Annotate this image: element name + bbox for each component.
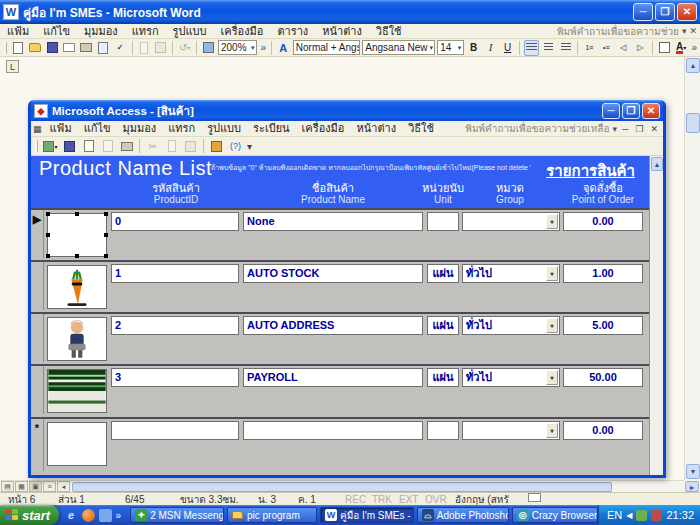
app-shortcut-icon[interactable] — [99, 509, 112, 522]
toolbar-overflow-icon[interactable]: » — [259, 42, 267, 53]
word-menu-tools[interactable]: เครื่องมือ — [214, 24, 271, 39]
unit-field[interactable] — [427, 212, 459, 231]
normal-view-icon[interactable]: ▤ — [1, 481, 14, 492]
increase-indent-icon[interactable]: ▷ — [633, 40, 648, 56]
scroll-up-icon[interactable]: ▲ — [651, 157, 663, 171]
copy-icon[interactable] — [163, 138, 180, 154]
copy-icon[interactable] — [136, 40, 151, 56]
record-selector[interactable] — [31, 366, 44, 414]
scroll-down-icon[interactable]: ▼ — [686, 464, 700, 479]
taskbar-button-word[interactable]: W คู่มือ I'm SMEs - M... — [320, 507, 414, 523]
font-combobox[interactable]: Angsana New▾ — [362, 40, 435, 55]
view-icon[interactable]: ▾ — [42, 138, 59, 154]
spelling-icon[interactable]: ✓ — [113, 40, 128, 56]
access-menu-file[interactable]: แฟ้ม — [44, 121, 78, 136]
database-window-icon[interactable] — [208, 138, 225, 154]
print-preview-icon[interactable] — [96, 40, 111, 56]
child-minimize-icon[interactable]: ─ — [620, 124, 630, 134]
style-combobox[interactable]: Normal + Angs▾ — [293, 40, 361, 55]
align-center-icon[interactable] — [541, 40, 556, 56]
font-size-combobox[interactable]: 14▾ — [437, 40, 464, 55]
productid-field[interactable]: 0 — [111, 212, 239, 231]
product-image-carrot[interactable] — [47, 265, 107, 309]
help-close-icon[interactable]: ✕ — [689, 26, 697, 36]
group-dropdown-icon[interactable]: ▾ — [546, 266, 558, 281]
pointoforder-field[interactable]: 5.00 — [563, 316, 643, 335]
group-dropdown-icon[interactable]: ▾ — [546, 370, 558, 385]
group-dropdown-icon[interactable]: ▾ — [546, 423, 558, 438]
quick-launch-overflow-icon[interactable]: » — [116, 510, 122, 521]
pointoforder-field[interactable]: 50.00 — [563, 368, 643, 387]
zoom-combobox[interactable]: 200%▾ — [218, 40, 257, 55]
print-icon[interactable] — [118, 138, 135, 154]
paste-icon[interactable] — [153, 40, 168, 56]
pointoforder-field[interactable]: 0.00 — [563, 421, 643, 440]
toolbar-grip[interactable] — [4, 42, 7, 54]
unit-field[interactable]: แผ่น — [427, 264, 459, 283]
table-handle-icon[interactable]: L — [6, 60, 19, 73]
child-restore-icon[interactable]: ❐ — [633, 124, 645, 134]
productid-field[interactable]: 1 — [111, 264, 239, 283]
taskbar-button-msn[interactable]: ✦ 2 MSN Messenger ▾ — [130, 507, 224, 523]
group-field[interactable]: ทั่วไป ▾ — [462, 264, 560, 283]
word-restore-button[interactable]: ❐ — [655, 3, 675, 21]
access-vertical-scrollbar[interactable]: ▲ — [649, 156, 663, 475]
group-field[interactable]: ทั่วไป ▾ — [462, 368, 560, 387]
access-menu-records[interactable]: ระเบียน — [247, 121, 296, 136]
record-selector-new[interactable]: * — [31, 419, 44, 471]
save-icon[interactable] — [61, 138, 78, 154]
decrease-indent-icon[interactable]: ◁ — [616, 40, 631, 56]
product-image-doll[interactable] — [47, 317, 107, 361]
bold-icon[interactable]: B — [466, 40, 481, 56]
file-search-icon[interactable] — [80, 138, 97, 154]
record-selector[interactable] — [31, 262, 44, 310]
tray-app-icon[interactable] — [636, 510, 647, 521]
record-selector[interactable]: ▶ — [31, 210, 44, 258]
access-minimize-button[interactable]: ─ — [602, 103, 620, 119]
pointoforder-field[interactable]: 0.00 — [563, 212, 643, 231]
toolbar-grip[interactable] — [35, 140, 38, 152]
borders-icon[interactable] — [657, 40, 672, 56]
word-menu-file[interactable]: แฟ้ม — [0, 24, 36, 39]
help-icon[interactable]: (?) — [227, 138, 244, 154]
unit-field[interactable]: แผ่น — [427, 368, 459, 387]
scroll-up-icon[interactable]: ▲ — [686, 58, 700, 73]
italic-icon[interactable]: I — [483, 40, 498, 56]
taskbar-button-crazybrowser[interactable]: ◎ Crazy Browser - [... — [512, 507, 598, 523]
help-dropdown-icon[interactable]: ▾ — [612, 124, 617, 134]
taskbar-button-picprogram[interactable]: pic program — [227, 507, 317, 523]
bullets-icon[interactable]: •≡ — [599, 40, 614, 56]
mail-icon[interactable] — [62, 40, 77, 56]
save-icon[interactable] — [45, 40, 60, 56]
access-menu-format[interactable]: รูปแบบ — [201, 121, 247, 136]
formatting-overflow-icon[interactable]: » — [691, 42, 699, 53]
access-close-button[interactable]: ✕ — [642, 103, 660, 119]
toolbar-overflow-icon[interactable]: ▾ — [246, 141, 253, 152]
word-vertical-scrollbar[interactable]: ▲ ▼ — [684, 57, 700, 480]
unit-field[interactable]: แผ่น — [427, 316, 459, 335]
language-indicator[interactable]: EN — [607, 509, 622, 521]
outline-view-icon[interactable]: ≡ — [43, 481, 56, 492]
print-icon[interactable] — [79, 40, 94, 56]
group-dropdown-icon[interactable]: ▾ — [546, 318, 558, 333]
taskbar-button-photoshop[interactable]: ⌓ Adobe Photoshop — [417, 507, 509, 523]
cut-icon[interactable]: ✂ — [144, 138, 161, 154]
word-menu-window[interactable]: หน้าต่าง — [315, 24, 369, 39]
help-dropdown-icon[interactable]: ▾ — [682, 26, 687, 36]
font-color-icon[interactable]: A▾ — [674, 40, 689, 56]
tray-app-icon[interactable] — [651, 510, 662, 521]
pointoforder-field[interactable]: 1.00 — [563, 264, 643, 283]
paste-icon[interactable] — [182, 138, 199, 154]
align-left-icon[interactable] — [524, 40, 539, 56]
open-icon[interactable] — [28, 40, 43, 56]
vertical-scroll-thumb[interactable] — [686, 113, 700, 133]
word-help-input[interactable]: พิมพ์คำถามเพื่อขอความช่วย — [557, 24, 679, 39]
productname-field[interactable]: PAYROLL — [243, 368, 423, 387]
record-selector[interactable] — [31, 314, 44, 362]
group-dropdown-icon[interactable]: ▾ — [546, 214, 558, 229]
word-menu-table[interactable]: ตาราง — [270, 24, 315, 39]
word-menu-help[interactable]: วิธีใช้ — [369, 24, 409, 39]
product-image-empty[interactable] — [47, 213, 107, 257]
child-close-icon[interactable]: ✕ — [648, 124, 660, 134]
productname-field[interactable]: None — [243, 212, 423, 231]
